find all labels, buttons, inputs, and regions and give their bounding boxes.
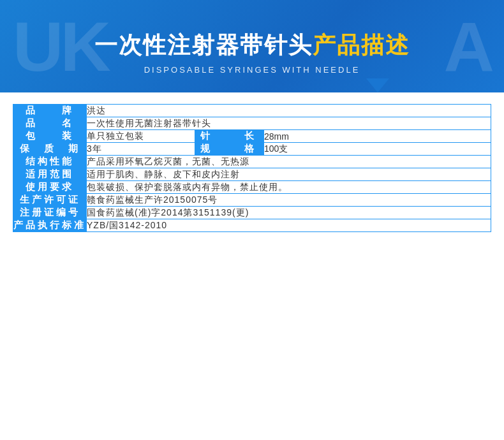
row-label: 生产许可证 xyxy=(13,194,87,207)
row-label: 适用范围 xyxy=(13,168,87,181)
row-value: 产品采用环氧乙烷灭菌，无菌、无热源 xyxy=(87,156,491,168)
row-label: 品 牌 xyxy=(13,105,87,117)
header: UK A 一次性注射器带针头 产品描述 DISPOSABLE SYRINGES … xyxy=(0,0,504,92)
row-label: 使用要求 xyxy=(13,181,87,194)
page-wrapper: UK A 一次性注射器带针头 产品描述 DISPOSABLE SYRINGES … xyxy=(0,0,504,440)
header-title-row: 一次性注射器带针头 产品描述 xyxy=(94,30,410,61)
row-value-left: 3年 xyxy=(87,143,195,156)
table-row: 注册证编号 国食药监械(准)字2014第3151139(更) xyxy=(13,207,491,219)
table-row: 包 装 单只独立包装 针 长 28mm xyxy=(13,130,491,143)
row-value-right: 28mm xyxy=(264,130,491,143)
table-row: 结构性能 产品采用环氧乙烷灭菌，无菌、无热源 xyxy=(13,156,491,168)
row-value: 国食药监械(准)字2014第3151139(更) xyxy=(87,207,491,219)
row-value: 赣食药监械生产许20150075号 xyxy=(87,194,491,207)
row-value: 适用于肌肉、静脉、皮下和皮内注射 xyxy=(87,168,491,181)
row-value: YZB/国3142-2010 xyxy=(87,219,491,232)
row-label-left: 保 质 期 xyxy=(13,143,87,156)
content-area: 品 牌 洪达 品 名 一次性使用无菌注射器带针头 包 装 单只独立包装 针 长 … xyxy=(0,92,504,440)
title-part2: 产品描述 xyxy=(313,30,410,61)
row-label-right: 规 格 xyxy=(195,143,264,156)
row-label: 品 名 xyxy=(13,117,87,130)
header-subtitle: DISPOSABLE SYRINGES WITH NEEDLE xyxy=(144,65,360,75)
row-label: 产品执行标准 xyxy=(13,219,87,232)
bg-letter-left: UK xyxy=(13,11,108,82)
row-label: 结构性能 xyxy=(13,156,87,168)
table-row: 使用要求 包装破损、保护套脱落或内有异物，禁止使用。 xyxy=(13,181,491,194)
table-row: 产品执行标准 YZB/国3142-2010 xyxy=(13,219,491,232)
product-table: 品 牌 洪达 品 名 一次性使用无菌注射器带针头 包 装 单只独立包装 针 长 … xyxy=(13,104,491,232)
table-row: 适用范围 适用于肌肉、静脉、皮下和皮内注射 xyxy=(13,168,491,181)
row-label-right: 针 长 xyxy=(195,130,264,143)
table-row: 品 牌 洪达 xyxy=(13,105,491,117)
row-value-right: 100支 xyxy=(264,143,491,156)
row-value: 一次性使用无菌注射器带针头 xyxy=(87,117,491,130)
row-label-left: 包 装 xyxy=(13,130,87,143)
header-triangle xyxy=(366,78,389,92)
row-value: 洪达 xyxy=(87,105,491,117)
title-part1: 一次性注射器带针头 xyxy=(94,30,313,61)
table-row: 保 质 期 3年 规 格 100支 xyxy=(13,143,491,156)
table-row: 品 名 一次性使用无菌注射器带针头 xyxy=(13,117,491,130)
bg-letter-right: A xyxy=(444,11,491,82)
row-label: 注册证编号 xyxy=(13,207,87,219)
table-row: 生产许可证 赣食药监械生产许20150075号 xyxy=(13,194,491,207)
row-value-left: 单只独立包装 xyxy=(87,130,195,143)
row-value: 包装破损、保护套脱落或内有异物，禁止使用。 xyxy=(87,181,491,194)
